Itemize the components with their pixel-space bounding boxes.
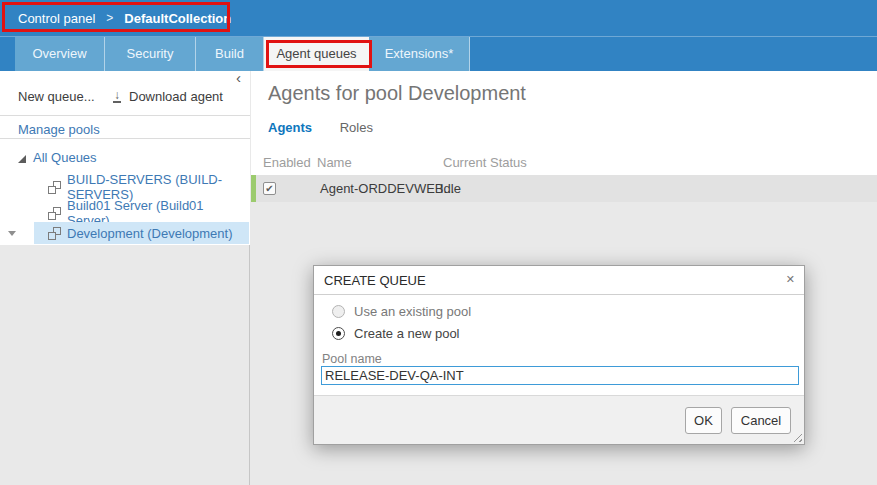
tree-node-all-queues[interactable]: All Queues <box>18 150 97 165</box>
tab-extensions[interactable]: Extensions* <box>369 37 470 71</box>
tab-agent-queues[interactable]: Agent queues <box>264 37 369 71</box>
download-icon: ↓ <box>113 90 121 103</box>
radio-icon-selected[interactable] <box>332 327 345 340</box>
tab-overview[interactable]: Overview <box>15 37 105 71</box>
agent-status-cell: Idle <box>440 181 461 196</box>
download-agent-label: Download agent <box>129 89 223 104</box>
context-menu-arrow-icon[interactable] <box>8 231 16 236</box>
dialog-footer: OK Cancel <box>314 395 804 444</box>
pivot-tabs: Agents Roles <box>268 120 397 135</box>
sidebar-collapse-icon[interactable]: ‹ <box>236 71 241 85</box>
download-agent-button[interactable]: ↓ Download agent <box>113 89 223 104</box>
manage-pools-link[interactable]: Manage pools <box>18 122 100 137</box>
new-queue-button[interactable]: New queue... <box>18 89 95 104</box>
column-header-current-status: Current Status <box>443 155 527 170</box>
tree-item-build-servers[interactable]: BUILD-SERVERS (BUILD-SERVERS) <box>34 176 249 198</box>
content-area: ‹ New queue... ↓ Download agent Manage p… <box>0 71 877 485</box>
top-bar: Control panel > DefaultCollection <box>0 0 877 36</box>
check-icon: ✔ <box>265 183 273 194</box>
breadcrumb-separator-icon: > <box>106 11 113 25</box>
sidebar-toolbar: New queue... ↓ Download agent <box>0 87 250 109</box>
queue-icon <box>48 207 61 220</box>
tree-item-development[interactable]: Development (Development) <box>34 222 249 244</box>
sidebar-divider <box>0 138 250 139</box>
close-icon[interactable]: ✕ <box>786 274 795 285</box>
column-header-enabled: Enabled <box>263 155 311 170</box>
control-panel-page: Control panel > DefaultCollection Overvi… <box>0 0 877 485</box>
sidebar: ‹ New queue... ↓ Download agent Manage p… <box>0 71 250 485</box>
table-row-agent[interactable]: ✔ Agent-ORDDEVWEB... Idle <box>251 175 877 202</box>
breadcrumb-collection[interactable]: DefaultCollection <box>124 11 231 26</box>
tab-build[interactable]: Build <box>196 37 264 71</box>
breadcrumb-control-panel[interactable]: Control panel <box>18 11 95 26</box>
queue-icon <box>48 181 61 194</box>
radio-icon[interactable] <box>332 305 345 318</box>
tree-root-label: All Queues <box>33 150 97 165</box>
agent-name-cell: Agent-ORDDEVWEB... <box>320 181 454 196</box>
pool-name-input[interactable] <box>321 366 799 385</box>
tree-expander-icon[interactable] <box>18 155 26 163</box>
page-title: Agents for pool Development <box>268 82 526 105</box>
tab-bar: Overview Security Build Agent queues Ext… <box>0 36 877 71</box>
tree-item-label: Development (Development) <box>67 226 232 241</box>
cancel-button[interactable]: Cancel <box>731 407 791 434</box>
agent-online-indicator <box>251 175 256 202</box>
pool-name-label: Pool name <box>322 352 382 366</box>
create-queue-dialog: CREATE QUEUE ✕ Use an existing pool Crea… <box>313 265 805 445</box>
pivot-agents[interactable]: Agents <box>268 120 312 135</box>
ok-button[interactable]: OK <box>685 407 722 434</box>
enabled-checkbox[interactable]: ✔ <box>263 182 276 195</box>
radio-label: Use an existing pool <box>354 304 471 319</box>
radio-label: Create a new pool <box>354 326 460 341</box>
sidebar-divider <box>0 115 250 116</box>
radio-create-new-pool[interactable]: Create a new pool <box>332 326 460 341</box>
queue-icon <box>48 227 61 240</box>
tab-security[interactable]: Security <box>105 37 196 71</box>
pivot-roles[interactable]: Roles <box>340 120 373 135</box>
dialog-title: CREATE QUEUE <box>314 266 804 295</box>
tree-item-build01-server[interactable]: Build01 Server (Build01 Server) <box>34 202 249 224</box>
radio-use-existing-pool[interactable]: Use an existing pool <box>332 304 471 319</box>
column-header-name: Name <box>317 155 352 170</box>
